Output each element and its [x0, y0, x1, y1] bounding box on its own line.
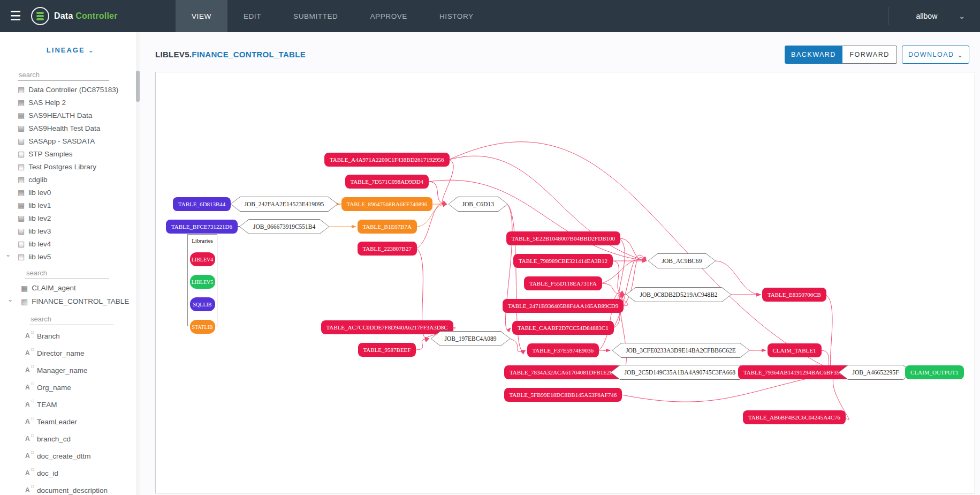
sidebar-library-item[interactable]: ▤lib lev2	[0, 212, 140, 224]
sidebar-column-item[interactable]: ATeamLeader	[0, 413, 140, 430]
tab-approve[interactable]: APPROVE	[354, 0, 423, 32]
sidebar-column-item[interactable]: Adoc_id	[0, 464, 140, 482]
sidebar-item-finance-control-table[interactable]: ⌄ ▦ FINANCE_CONTROL_TABLE	[0, 295, 140, 308]
sidebar-column-item[interactable]: ATEAM	[0, 396, 140, 413]
library-icon: ▤	[18, 111, 25, 119]
sidebar-library-item[interactable]: ▤SAS9HEALTH Data	[0, 109, 140, 122]
diagram-node-table_2471b936405b8f4aa165ab89cd9[interactable]: TABLE_2471B936405B8F4AA165AB89CD9	[503, 299, 624, 313]
lineage-edge	[602, 283, 625, 295]
diagram-node-table_5e22b1048007b04bbd2fdb100[interactable]: TABLE_5E22B1048007B04BBD2FDB100	[506, 231, 620, 245]
diagram-node-job_066673919c551b4[interactable]: JOB_066673919C551B4	[239, 219, 329, 234]
diagram-node-table_7d571c098ad9dd4[interactable]: TABLE_7D571C098AD9DD4	[345, 175, 429, 189]
library-icon: ▤	[18, 214, 25, 222]
diagram-node-table_798989cbe321414ea3b12[interactable]: TABLE_798989CBE321414EA3B12	[513, 254, 613, 268]
sidebar-column-item[interactable]: AOrg_name	[0, 379, 140, 396]
lineage-mode-dropdown[interactable]: LINEAGE ⌄	[0, 46, 140, 54]
library-icon: ▤	[18, 240, 25, 248]
sidebar-scrollbar[interactable]	[136, 32, 140, 495]
sidebar-column-item[interactable]: AManager_name	[0, 362, 140, 379]
diagram-node-table_f55d118ea731fa[interactable]: TABLE_F55D118EA731FA	[524, 276, 602, 290]
tab-view[interactable]: VIEW	[176, 0, 227, 32]
hamburger-menu-icon[interactable]: ☰	[0, 0, 31, 32]
diagram-node-table_7834a32aca61704081dfb1e20e[interactable]: TABLE_7834A32ACA61704081DFB1E20E	[504, 365, 622, 379]
column-search-input[interactable]	[29, 313, 113, 325]
sidebar-column-item[interactable]: ADirector_name	[0, 344, 140, 362]
download-button[interactable]: DOWNLOAD⌄	[902, 46, 969, 64]
sidebar-library-item[interactable]: ▤SAS Help 2	[0, 96, 140, 109]
diagram-node-job_197ebc4a089[interactable]: JOB_197EBC4A089	[431, 331, 511, 346]
tab-edit[interactable]: EDIT	[227, 0, 277, 32]
chevron-down-icon: ⌄	[958, 51, 963, 59]
legend-item-liblev5: LIBLEV5	[190, 275, 215, 289]
username: allbow	[916, 12, 938, 20]
sidebar-scrollbar-thumb[interactable]	[136, 71, 140, 102]
sidebar-library-item[interactable]: ▤SASApp - SASDATA	[0, 134, 140, 147]
table-icon: ▦	[21, 298, 28, 305]
diagram-node-table_caabf2d7cc54d84883c1[interactable]: TABLE_CAABF2D7CC54D84883C1	[512, 321, 614, 335]
diagram-node-job_0c8db2d5219ac948b2[interactable]: JOB_0C8DB2D5219AC948B2	[626, 287, 732, 302]
diagram-node-table_b1e07b7a[interactable]: TABLE_B1E07B7A	[358, 220, 417, 234]
library-icon: ▤	[18, 176, 25, 183]
sidebar-library-item[interactable]: ▤lib lev4	[0, 237, 140, 250]
sidebar-library-item[interactable]: ▤STP Samples	[0, 147, 140, 160]
tab-history[interactable]: HISTORY	[423, 0, 490, 32]
legend-item-liblev4: LIBLEV4	[190, 252, 215, 266]
sidebar-library-item[interactable]: ▤lib lev3	[0, 224, 140, 237]
user-menu[interactable]: allbow ⌄	[916, 12, 965, 20]
diagram-node-table_9587beef[interactable]: TABLE_9587BEEF	[358, 343, 416, 357]
diagram-node-table_f37e5974e9036[interactable]: TABLE_F37E5974E9036	[527, 343, 599, 357]
diagram-node-job_242faa2e14523e419095[interactable]: JOB_242FAA2E14523E419095	[231, 197, 338, 212]
diagram-node-job_ac9bc69[interactable]: JOB_AC9BC69	[648, 253, 716, 268]
character-column-icon: A	[25, 469, 33, 477]
sidebar-column-item[interactable]: Adocument_description	[0, 482, 140, 495]
library-icon: ▤	[18, 201, 25, 209]
library-list: ▤Data Controller (DC875183)▤SAS Help 2▤S…	[0, 83, 140, 250]
forward-button[interactable]: FORWARD	[842, 46, 897, 64]
library-icon: ▤	[18, 150, 25, 158]
diagram-node-table_e8350706cb[interactable]: TABLE_E8350706CB	[762, 288, 826, 302]
sidebar-item-lib-lev5[interactable]: ⌄ ▤ lib lev5	[0, 250, 140, 263]
library-search-input[interactable]	[18, 69, 109, 81]
diagram-node-job_2c5d149c35a1ba4a90745c3fa668[interactable]: JOB_2C5D149C35A1BA4A90745C3FA668	[611, 365, 749, 380]
diagram-node-job_a46652295f[interactable]: JOB_A46652295F	[839, 365, 913, 380]
legend-item-statlib: STATLIB	[190, 320, 215, 334]
sidebar-column-item[interactable]: Abranch_cd	[0, 430, 140, 447]
diagram-node-table_a4a971a2200c1f438bd2617192956[interactable]: TABLE_A4A971A2200C1F438BD2617192956	[324, 153, 450, 167]
sidebar-library-item[interactable]: ▤Data Controller (DC875183)	[0, 83, 140, 96]
sidebar-library-item[interactable]: ▤lib lev1	[0, 199, 140, 212]
diagram-node-table_79364ab14191294bac6bf3593[interactable]: TABLE_79364AB14191294BAC6BF3593	[738, 365, 850, 379]
diagram-node-job_3cfe0233a3d9e14ba2cfbb6c62e[interactable]: JOB_3CFE0233A3D9E14BA2CFBB6C62E	[612, 343, 750, 358]
character-column-icon: A	[25, 384, 33, 391]
sidebar-column-item[interactable]: Adoc_create_dttm	[0, 447, 140, 464]
diagram-node-table_5fb99e18dc8bb145a53f6af746[interactable]: TABLE_5FB99E18DC8BB145A53F6AF746	[504, 388, 622, 402]
diagram-node-table_223807b27[interactable]: TABLE_223807B27	[358, 242, 417, 256]
diagram-node-job_c6d13[interactable]: JOB_C6D13	[449, 197, 508, 212]
sidebar-library-item[interactable]: ▤SAS9Health Test Data	[0, 122, 140, 134]
diagram-node-table_89647568ba6ef740896[interactable]: TABLE_89647568BA6EF740896	[341, 197, 433, 211]
app-root: ☰ Data Controller VIEWEDITSUBMITTEDAPPRO…	[0, 0, 980, 495]
lineage-diagram-canvas[interactable]: LibrariesLIBLEV4LIBLEV5SQLLIBSTATLIBTABL…	[155, 72, 975, 493]
sidebar-library-item[interactable]: ▤lib lev0	[0, 186, 140, 199]
column-list: ABranchADirector_nameAManager_nameAOrg_n…	[0, 327, 140, 495]
top-navbar: ☰ Data Controller VIEWEDITSUBMITTEDAPPRO…	[0, 0, 980, 32]
diagram-node-table_ab6bf4b2c6c04245a4c76[interactable]: TABLE_AB6BF4B2C6C04245A4C76	[743, 410, 846, 424]
diagram-node-claim_output1[interactable]: CLAIM_OUTPUT1	[905, 365, 964, 379]
sidebar-item-claim-agent[interactable]: ▦ CLAIM_agent	[0, 281, 140, 295]
tab-submitted[interactable]: SUBMITTED	[277, 0, 354, 32]
character-column-icon: A	[25, 486, 33, 494]
diagram-node-table_6d813b44[interactable]: TABLE_6D813B44	[173, 197, 231, 211]
library-icon: ▤	[18, 163, 25, 170]
sidebar-library-item[interactable]: ▤cdglib	[0, 173, 140, 186]
backward-button[interactable]: BACKWARD	[785, 46, 842, 64]
sidebar-column-item[interactable]: ABranch	[0, 327, 140, 344]
diagram-node-claim_table1[interactable]: CLAIM_TABLE1	[768, 343, 822, 357]
sidebar-library-item[interactable]: ▤Test Postgres Library	[0, 160, 140, 173]
legend-title: Libraries	[188, 237, 217, 244]
table-search-input[interactable]	[25, 267, 109, 279]
diagram-node-table_bfce731221d6[interactable]: TABLE_BFCE731221D6	[166, 220, 238, 234]
lineage-edge	[619, 238, 625, 297]
library-search	[18, 69, 107, 81]
column-search	[29, 313, 111, 325]
library-icon: ▤	[18, 124, 25, 132]
character-column-icon: A	[25, 349, 33, 357]
